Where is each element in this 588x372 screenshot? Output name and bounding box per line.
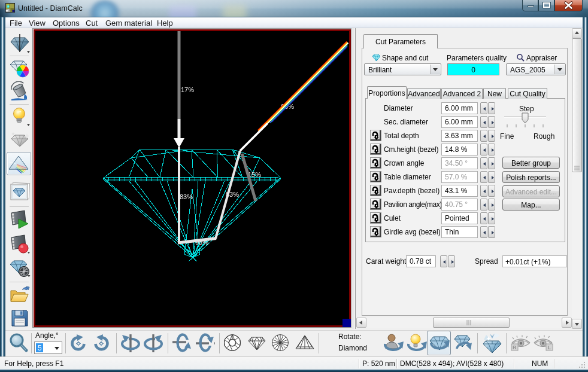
svg-text:L: L bbox=[548, 344, 551, 350]
svg-text:17%: 17% bbox=[181, 86, 194, 93]
svg-text:R: R bbox=[513, 344, 517, 350]
svg-text:83%: 83% bbox=[180, 193, 193, 200]
